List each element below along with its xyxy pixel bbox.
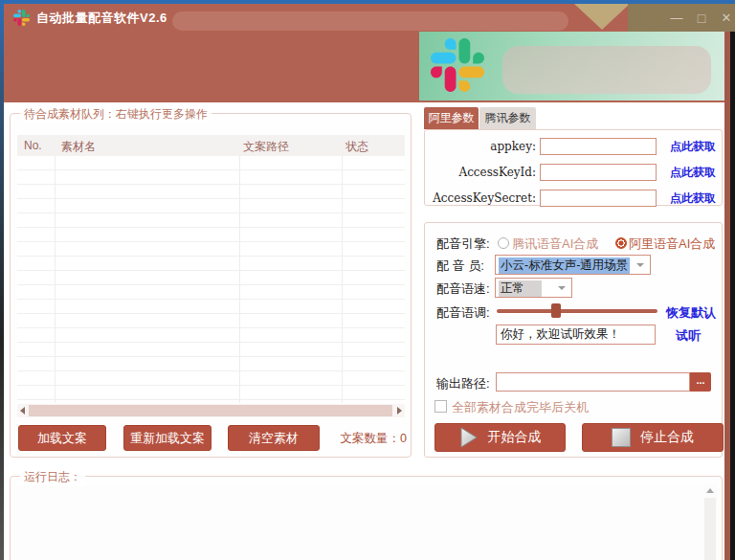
pitch-slider-track[interactable]	[497, 309, 657, 313]
window-controls: — □ ✕	[628, 4, 735, 32]
queue-legend: 待合成素材队列：右键执行更多操作	[20, 106, 212, 123]
column-divider	[342, 156, 343, 403]
col-no: No.	[24, 139, 42, 152]
log-groupbox: 运行日志：	[10, 476, 723, 560]
script-count-value: 0	[400, 432, 407, 445]
screen-edge	[730, 32, 735, 560]
start-synthesis-button[interactable]: 开始合成	[434, 423, 566, 452]
appkey-label: appkey:	[425, 140, 536, 153]
col-path: 文案路径	[243, 139, 289, 155]
appkey-get-link[interactable]: 点此获取	[670, 139, 716, 155]
horizontal-scrollbar[interactable]	[17, 404, 405, 417]
scroll-up-icon[interactable]	[706, 488, 714, 493]
stop-icon	[612, 428, 631, 447]
engine-label: 配音引擎:	[436, 235, 490, 253]
accesskeysecret-get-link[interactable]: 点此获取	[670, 190, 716, 207]
script-count-label: 文案数量：	[341, 432, 401, 445]
col-material: 素材名	[61, 139, 96, 155]
pitch-slider-handle[interactable]	[551, 303, 561, 318]
table-header: No. 素材名 文案路径 状态	[17, 135, 405, 156]
column-divider	[239, 156, 240, 403]
app-window: 自动批量配音软件V2.6 — □ ✕ 待合成素材队列：右键执行更多操作 No.	[0, 0, 735, 560]
radio-ali-engine[interactable]	[615, 237, 627, 249]
pitch-label: 配音语调:	[436, 304, 490, 322]
window-title: 自动批量配音软件V2.6	[36, 10, 167, 27]
material-table[interactable]: No. 素材名 文案路径 状态	[17, 135, 405, 403]
maximize-button[interactable]: □	[689, 11, 714, 26]
settings-groupbox: 配音引擎: 腾讯语音AI合成 阿里语音AI合成 配 音 员: 小云-标准女声-通…	[424, 222, 723, 458]
voice-label: 配 音 员:	[436, 258, 484, 275]
speed-selected-value: 正常	[499, 280, 542, 297]
logo-banner	[419, 32, 724, 101]
script-count: 文案数量：0	[341, 431, 407, 447]
voice-select[interactable]: 小云-标准女声-通用场景	[495, 255, 651, 275]
browse-button[interactable]: ...	[690, 372, 711, 392]
appkey-input[interactable]	[540, 138, 657, 155]
slack-logo-icon	[431, 38, 484, 92]
listen-link[interactable]: 试听	[676, 327, 701, 345]
queue-groupbox: 待合成素材队列：右键执行更多操作 No. 素材名 文案路径 状态 加载文案 重新…	[10, 113, 412, 458]
accesskeyid-get-link[interactable]: 点此获取	[670, 165, 716, 181]
window-border-left	[0, 4, 4, 560]
accesskeysecret-input[interactable]	[540, 190, 657, 207]
header-area: 自动批量配音软件V2.6 — □ ✕	[4, 4, 724, 102]
play-icon	[459, 427, 479, 448]
shutdown-checkbox-label[interactable]: 全部素材合成完毕后关机	[452, 399, 589, 416]
close-button[interactable]: ✕	[714, 11, 735, 25]
log-legend: 运行日志：	[20, 469, 85, 485]
tab-tencent-params[interactable]: 腾讯参数	[479, 107, 536, 129]
reset-default-link[interactable]: 恢复默认	[666, 304, 716, 322]
tab-ali-params[interactable]: 阿里参数	[424, 107, 479, 129]
voice-selected-value: 小云-标准女声-通用场景	[499, 258, 630, 274]
scroll-left-icon[interactable]	[20, 407, 25, 414]
speed-label: 配音语速:	[436, 280, 490, 298]
radio-tencent-label[interactable]: 腾讯语音AI合成	[512, 235, 598, 253]
shutdown-checkbox[interactable]	[434, 400, 447, 413]
queue-buttons: 加载文案 重新加载文案 清空素材 文案数量：0	[11, 425, 412, 451]
start-button-label: 开始合成	[488, 429, 542, 446]
minimize-button[interactable]: —	[664, 11, 689, 25]
output-path-label: 输出路径:	[436, 375, 490, 392]
scrollbar-thumb[interactable]	[704, 498, 716, 560]
chevron-down-icon[interactable]	[636, 263, 644, 267]
accesskeyid-input[interactable]	[540, 164, 657, 181]
reload-script-button[interactable]: 重新加载文案	[123, 425, 212, 451]
speed-select[interactable]: 正常	[495, 278, 572, 298]
table-body[interactable]	[17, 156, 405, 403]
redaction-blur	[502, 46, 711, 94]
radio-ali-label[interactable]: 阿里语音AI合成	[629, 235, 715, 253]
radio-tencent-engine[interactable]	[498, 237, 509, 249]
vertical-scrollbar[interactable]	[703, 484, 718, 560]
chevron-down-icon[interactable]	[558, 286, 566, 290]
scroll-right-icon[interactable]	[397, 407, 402, 414]
accesskeysecret-label: AccessKeySecret:	[425, 191, 536, 205]
stop-button-label: 停止合成	[640, 429, 694, 446]
app-logo-icon	[13, 10, 30, 26]
accesskeyid-label: AccessKeyId:	[425, 166, 536, 179]
output-path-input[interactable]	[496, 372, 690, 392]
load-script-button[interactable]: 加载文案	[18, 425, 106, 451]
scrollbar-thumb[interactable]	[29, 405, 392, 416]
log-textarea[interactable]	[14, 486, 705, 560]
params-groupbox: appkey: 点此获取 AccessKeyId: 点此获取 AccessKey…	[424, 129, 723, 206]
column-divider	[55, 156, 56, 403]
stop-synthesis-button[interactable]: 停止合成	[582, 423, 724, 452]
col-status: 状态	[345, 139, 368, 155]
clear-material-button[interactable]: 清空素材	[228, 425, 320, 451]
triangle-decoration	[574, 4, 630, 30]
preview-text-input[interactable]	[496, 325, 656, 345]
